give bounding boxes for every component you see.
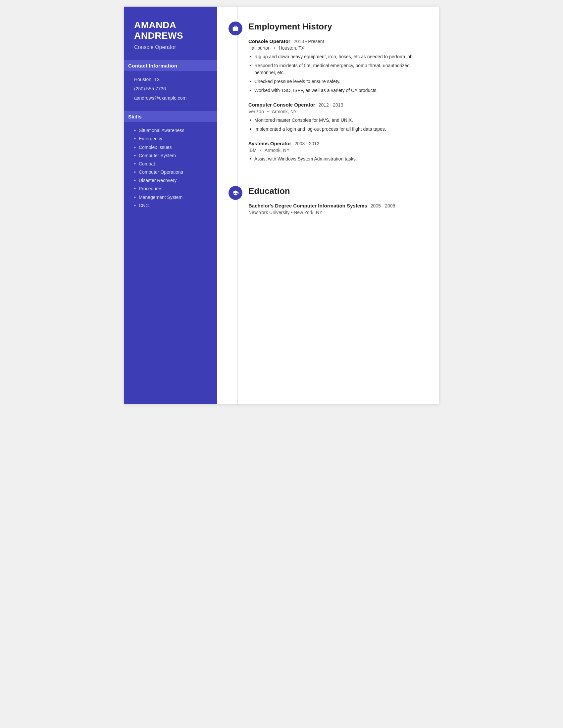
section-divider: [232, 176, 424, 176]
job-title-1: Console Operator: [248, 38, 291, 44]
bullet-1-3: Checked pressure levels to ensure safety…: [248, 78, 424, 85]
school-location-1: New York, NY: [294, 210, 322, 215]
education-title: Education: [248, 186, 424, 196]
skill-item-2: Complex Issues: [134, 144, 207, 150]
skill-item-4: Combat: [134, 161, 207, 167]
job-dates-1: 2013 - Present: [294, 39, 324, 44]
skills-list: Situational AwarenessEmergencyComplex Is…: [134, 127, 207, 208]
bullet-3-1: Assist with Windows System Administratio…: [248, 156, 424, 162]
separator-3: •: [260, 148, 261, 153]
job-block-1: Console Operator 2013 - Present Hallibur…: [248, 38, 424, 94]
skill-item-9: CNC: [134, 203, 207, 208]
employment-title: Employment History: [248, 22, 424, 32]
candidate-name: AMANDA ANDREWS: [134, 20, 207, 41]
edu-dates-1: 2005 - 2008: [371, 203, 396, 208]
skill-item-3: Computer System: [134, 153, 207, 159]
bullet-1-2: Respond to incidents of fire, medical em…: [248, 62, 424, 76]
job-company-2: Verizon • Armonk, NY: [248, 109, 424, 114]
edu-separator-1: •: [291, 210, 294, 215]
bullet-1-1: Rig up and down heavy equipment, iron, h…: [248, 53, 424, 60]
company-name-2: Verizon: [248, 109, 264, 114]
employment-section: Employment History Console Operator 2013…: [232, 22, 424, 162]
skill-item-1: Emergency: [134, 136, 207, 142]
contact-info-header: Contact Information: [124, 60, 217, 71]
job-block-2: Computer Console Operator 2012 - 2013 Ve…: [248, 102, 424, 133]
skills-header: Skills: [124, 111, 217, 122]
skill-item-6: Disaster Recovery: [134, 177, 207, 183]
job-header-2: Computer Console Operator 2012 - 2013: [248, 102, 424, 108]
edu-school-1: New York University • New York, NY: [248, 210, 424, 215]
education-section: Education Bachelor's Degree Computer Inf…: [232, 186, 424, 215]
edu-header-1: Bachelor's Degree Computer Information S…: [248, 203, 424, 208]
separator-1: •: [274, 45, 275, 51]
skill-item-0: Situational Awareness: [134, 127, 207, 133]
company-name-3: IBM: [248, 148, 257, 153]
bullet-2-2: Implemented a login and log-out process …: [248, 126, 424, 133]
skill-item-7: Procedures: [134, 186, 207, 192]
company-location-3: Armonk, NY: [264, 148, 290, 153]
contact-city: Houston, TX: [134, 76, 207, 83]
school-name-1: New York University: [248, 210, 290, 215]
job-title-2: Computer Console Operator: [248, 102, 315, 108]
job-company-3: IBM • Armonk, NY: [248, 148, 424, 153]
sidebar: AMANDA ANDREWS Console Operator Contact …: [124, 7, 217, 404]
company-location-2: Armonk, NY: [272, 109, 297, 114]
job-dates-3: 2008 - 2012: [295, 141, 319, 146]
contact-email: aandrews@example.com: [134, 95, 207, 102]
contact-phone: (250) 555-7736: [134, 86, 207, 92]
skill-item-5: Computer Operations: [134, 169, 207, 175]
job-bullets-3: Assist with Windows System Administratio…: [248, 156, 424, 162]
job-block-3: Systems Operator 2008 - 2012 IBM • Armon…: [248, 141, 424, 162]
job-dates-2: 2012 - 2013: [319, 102, 344, 108]
job-header-3: Systems Operator 2008 - 2012: [248, 141, 424, 146]
job-bullets-1: Rig up and down heavy equipment, iron, h…: [248, 53, 424, 94]
skills-section: Skills Situational AwarenessEmergencyCom…: [134, 111, 207, 208]
bullet-1-4: Worked with TSO, ISPF, as well as a vari…: [248, 87, 424, 94]
edu-degree-1: Bachelor's Degree Computer Information S…: [248, 203, 367, 208]
bullet-2-1: Monitored master Consoles for MVS, and U…: [248, 117, 424, 124]
job-title-3: Systems Operator: [248, 141, 291, 146]
company-location-1: Houston, TX: [279, 45, 305, 51]
job-bullets-2: Monitored master Consoles for MVS, and U…: [248, 117, 424, 133]
company-name-1: Halliburton: [248, 45, 270, 51]
edu-block-1: Bachelor's Degree Computer Information S…: [248, 203, 424, 215]
main-content: Employment History Console Operator 2013…: [217, 7, 439, 404]
separator-2: •: [267, 109, 269, 114]
candidate-title: Console Operator: [134, 44, 207, 50]
job-header-1: Console Operator 2013 - Present: [248, 38, 424, 44]
graduation-icon: [228, 186, 242, 200]
job-company-1: Halliburton • Houston, TX: [248, 45, 424, 51]
briefcase-icon: [228, 22, 242, 35]
skill-item-8: Management System: [134, 194, 207, 200]
